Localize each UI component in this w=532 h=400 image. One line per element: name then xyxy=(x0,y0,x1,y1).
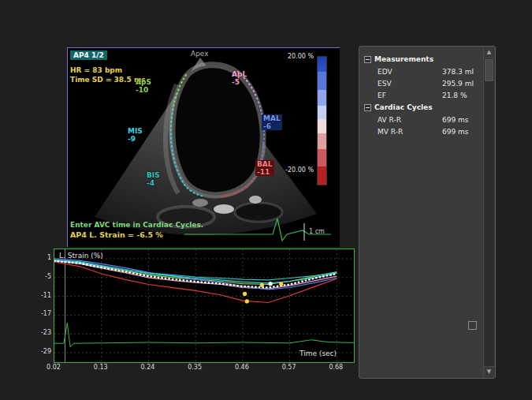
group-header[interactable]: Measurements xyxy=(364,53,481,65)
avc-prompt-message: Enter AVC time in Cardiac Cycles. xyxy=(70,221,203,229)
measurement-row[interactable]: AV R-R699 ms xyxy=(364,114,481,125)
x-tick-label: 0.46 xyxy=(232,364,252,371)
x-tick-label: 0.35 xyxy=(184,364,205,371)
x-tick-label: 0.24 xyxy=(137,364,158,371)
measurement-value: 21.8 % xyxy=(442,92,481,99)
measurement-label: EF xyxy=(378,92,442,99)
measurement-row[interactable]: MV R-R699 ms xyxy=(364,125,481,137)
x-tick-label: 0.02 xyxy=(43,364,64,371)
measurement-value: 295.9 ml xyxy=(442,80,481,88)
view-label: AP4 1/2 xyxy=(70,50,107,60)
measurement-value: 699 ms xyxy=(442,116,481,124)
measurement-label: EDV xyxy=(378,68,442,76)
measurement-row[interactable]: ESV295.9 ml xyxy=(364,77,481,89)
scrollbar-thumb[interactable] xyxy=(485,59,493,81)
measurement-value: 378.3 ml xyxy=(442,68,481,76)
y-tick-label: -23 xyxy=(38,329,51,336)
scroll-down-icon[interactable]: ▼ xyxy=(484,366,494,377)
scale-label: 1 cm xyxy=(309,228,325,235)
collapse-icon[interactable] xyxy=(364,56,371,63)
measurement-groups: MeasurementsEDV378.3 mlESV295.9 mlEF21.8… xyxy=(364,53,481,137)
x-tick-label: 0.57 xyxy=(279,364,299,371)
measurement-value: 699 ms xyxy=(442,128,481,136)
collapse-icon[interactable] xyxy=(364,104,371,111)
colorbar-max-label: 20.00 % xyxy=(279,53,314,60)
strain-result-label: AP4 L. Strain = -6.5 % xyxy=(70,230,163,239)
measurement-label: ESV xyxy=(378,80,442,88)
y-axis-label: L. Strain (%) xyxy=(59,252,103,260)
ultrasound-panel: AP4 1/2 HR = 83 bpm Time SD = 38.5 ms Ap… xyxy=(67,47,340,247)
screen: AP4 1/2 HR = 83 bpm Time SD = 38.5 ms Ap… xyxy=(0,0,532,400)
x-tick-label: 0.68 xyxy=(326,364,346,371)
group-title: Measurements xyxy=(374,55,433,63)
time-sd-label: Time SD = 38.5 ms xyxy=(70,76,146,84)
y-tick-label: -29 xyxy=(38,348,51,355)
measurements-panel: MeasurementsEDV378.3 mlESV295.9 mlEF21.8… xyxy=(359,46,496,379)
strain-colorbar xyxy=(317,56,327,185)
scroll-up-icon[interactable]: ▲ xyxy=(484,47,494,58)
x-tick-label: 0.13 xyxy=(91,364,111,371)
measurement-group: Cardiac CyclesAV R-R699 msMV R-R699 ms xyxy=(364,101,481,137)
strain-plot xyxy=(54,249,355,363)
heart-rate-label: HR = 83 bpm xyxy=(70,66,122,74)
resize-grip-icon xyxy=(468,321,477,330)
measurement-label: MV R-R xyxy=(378,128,442,136)
strain-chart: L. Strain (%) Time (sec) 1-5-11-17-23-29… xyxy=(38,246,363,377)
y-tick-label: -11 xyxy=(38,292,51,299)
apex-label: Apex xyxy=(191,50,209,58)
scrollbar[interactable]: ▲ ▼ xyxy=(483,47,494,377)
y-tick-label: -17 xyxy=(38,310,51,317)
measurement-label: AV R-R xyxy=(378,116,442,124)
group-title: Cardiac Cycles xyxy=(374,103,433,111)
colorbar-min-label: -20.00 % xyxy=(274,166,314,174)
x-axis-label: Time (sec) xyxy=(299,350,337,357)
measurement-group: MeasurementsEDV378.3 mlESV295.9 mlEF21.8… xyxy=(364,53,481,101)
y-tick-label: 1 xyxy=(38,254,51,261)
measurement-row[interactable]: EF21.8 % xyxy=(364,89,481,101)
measurement-row[interactable]: EDV378.3 ml xyxy=(364,65,481,77)
group-header[interactable]: Cardiac Cycles xyxy=(364,101,481,114)
y-tick-label: -5 xyxy=(38,273,51,280)
